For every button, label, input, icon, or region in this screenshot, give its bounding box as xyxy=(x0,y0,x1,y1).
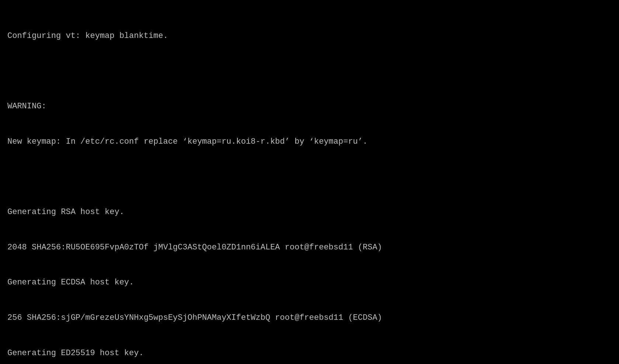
terminal-line-ecdsa-gen: Generating ECDSA host key. xyxy=(7,277,612,288)
terminal-line-warning: WARNING: xyxy=(7,101,612,112)
terminal-empty-2 xyxy=(7,171,612,183)
terminal-line-rsa-hash: 2048 SHA256:RU5OE695FvpA0zTOf jMVlgC3ASt… xyxy=(7,242,612,253)
terminal-line-keymap: New keymap: In /etc/rc.conf replace ‘key… xyxy=(7,136,612,148)
terminal-line-1: Configuring vt: keymap blanktime. xyxy=(7,30,612,42)
terminal-line-ecdsa-hash: 256 SHA256:sjGP/mGrezeUsYNHxg5wpsEySjOhP… xyxy=(7,312,612,324)
terminal-line-ed25519-gen: Generating ED25519 host key. xyxy=(7,347,612,359)
terminal-empty-1 xyxy=(7,65,612,77)
terminal-screen[interactable]: Configuring vt: keymap blanktime. WARNIN… xyxy=(0,0,619,364)
terminal-line-rsa-gen: Generating RSA host key. xyxy=(7,206,612,218)
